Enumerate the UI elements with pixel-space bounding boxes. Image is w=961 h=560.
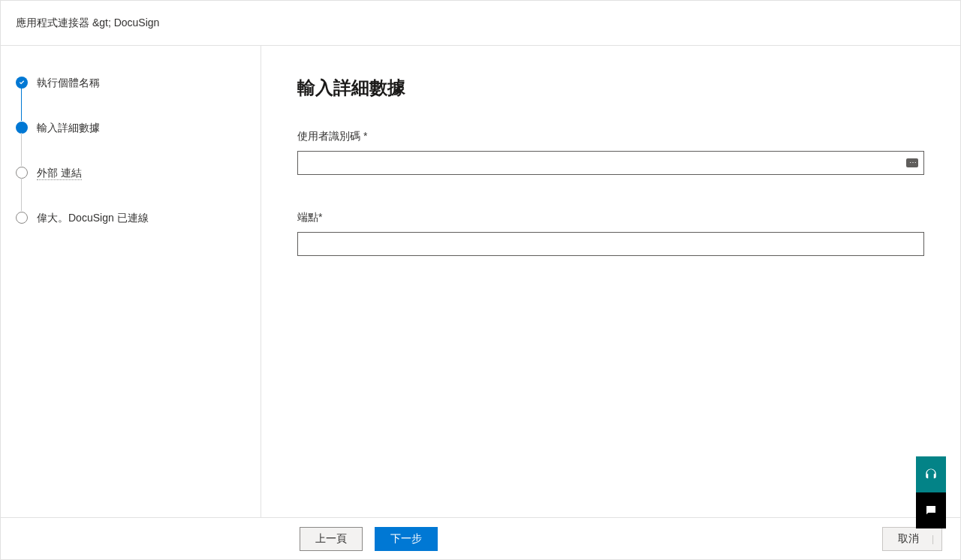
user-id-group: 使用者識別碼 * — [297, 130, 924, 175]
chat-icon — [924, 504, 938, 517]
step-label: 輸入詳細數據 — [37, 121, 100, 134]
back-button[interactable]: 上一頁 — [300, 527, 363, 551]
step-instance-name[interactable]: 執行個體名稱 — [16, 76, 246, 121]
step-label: 偉大。DocuSign 已連線 — [37, 211, 149, 224]
step-enter-details[interactable]: 輸入詳細數據 — [16, 121, 246, 166]
pending-step-icon — [16, 212, 28, 224]
step-list: 執行個體名稱 輸入詳細數據 外部 連結 偉大。DocuSign 已連線 — [16, 76, 246, 224]
endpoint-label: 端點* — [297, 211, 924, 224]
breadcrumb: 應用程式連接器 &gt; DocuSign — [16, 17, 159, 30]
main-panel: 輸入詳細數據 使用者識別碼 * 端點* — [261, 46, 960, 517]
pending-step-icon — [16, 167, 28, 179]
endpoint-group: 端點* — [297, 211, 924, 256]
current-step-icon — [16, 122, 28, 134]
next-button[interactable]: 下一步 — [375, 527, 438, 551]
header: 應用程式連接器 &gt; DocuSign — [1, 1, 960, 46]
floating-actions — [916, 456, 946, 528]
page-title: 輸入詳細數據 — [297, 76, 924, 100]
endpoint-input[interactable] — [297, 232, 924, 256]
support-button[interactable] — [916, 456, 946, 492]
sidebar: 執行個體名稱 輸入詳細數據 外部 連結 偉大。DocuSign 已連線 — [1, 46, 261, 517]
cancel-button[interactable]: 取消 — [882, 527, 942, 551]
check-circle-icon — [16, 77, 28, 89]
step-external-link[interactable]: 外部 連結 — [16, 166, 246, 211]
step-label: 執行個體名稱 — [37, 76, 100, 89]
chat-button[interactable] — [916, 492, 946, 528]
user-id-input[interactable] — [297, 151, 924, 175]
content: 執行個體名稱 輸入詳細數據 外部 連結 偉大。DocuSign 已連線 輸入詳細… — [1, 46, 960, 517]
headset-icon — [924, 468, 938, 481]
step-label: 外部 連結 — [37, 166, 82, 179]
footer: 上一頁 下一步 取消 — [1, 517, 960, 559]
more-icon[interactable] — [906, 158, 918, 167]
user-id-label: 使用者識別碼 * — [297, 130, 924, 143]
step-connected[interactable]: 偉大。DocuSign 已連線 — [16, 211, 246, 224]
